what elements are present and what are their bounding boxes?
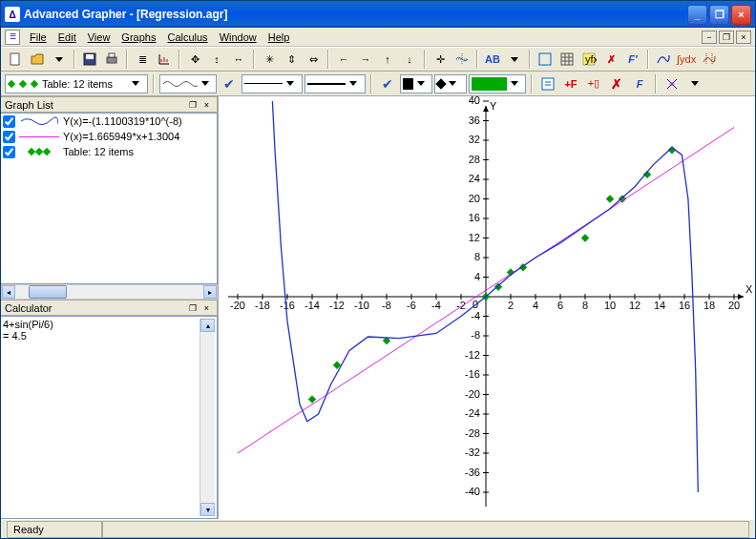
menu-window[interactable]: Window	[214, 30, 262, 45]
delete-icon[interactable]: ✗	[606, 73, 627, 94]
maximize-button[interactable]: ❐	[709, 5, 729, 25]
svg-text:12: 12	[469, 232, 480, 243]
open-button[interactable]	[27, 49, 48, 70]
integral-icon[interactable]: ∫ydx	[675, 49, 698, 70]
function-yellow-icon[interactable]: yfx	[578, 49, 599, 70]
svg-text:-6: -6	[407, 300, 416, 311]
analysis-icon[interactable]	[699, 49, 720, 70]
arrow-up-icon[interactable]: ↑	[377, 49, 398, 70]
list-item: Y(x)=-(1.1100319*10^(-8)	[1, 114, 217, 129]
graph-item-checkbox[interactable]	[3, 146, 15, 158]
resize-h-icon[interactable]: ↔	[228, 49, 249, 70]
graph-item-checkbox[interactable]	[3, 115, 15, 128]
plot-area[interactable]: XY-20-18-16-14-12-10-8-6-4-2246810121416…	[219, 96, 755, 519]
line-style-combo[interactable]	[159, 74, 217, 93]
combo-text: Table: 12 items	[42, 78, 113, 90]
svg-text:28: 28	[469, 154, 480, 165]
marker-color-combo[interactable]	[469, 74, 526, 93]
new-button[interactable]	[5, 49, 26, 70]
calculator-input[interactable]: 4+sin(Pi/6)	[3, 319, 200, 330]
svg-text:-32: -32	[465, 446, 480, 458]
trace-icon[interactable]	[452, 49, 472, 70]
graph-list-restore-button[interactable]: ❐	[186, 98, 199, 111]
graph-item-checkbox[interactable]	[3, 131, 15, 143]
menu-file[interactable]: File	[24, 30, 52, 45]
save-button[interactable]	[79, 49, 100, 70]
menu-help[interactable]: Help	[262, 30, 296, 45]
table-icon[interactable]	[556, 49, 578, 70]
crossout-icon[interactable]: ✗	[600, 49, 621, 70]
svg-text:4: 4	[474, 271, 480, 282]
scroll-up-icon[interactable]: ▴	[200, 319, 215, 332]
graph-list-hscroll[interactable]: ◂ ▸	[1, 284, 218, 300]
curve-blue-icon[interactable]	[653, 49, 674, 70]
calculator-restore-button[interactable]: ❐	[186, 301, 199, 314]
intersect-icon[interactable]	[662, 73, 682, 94]
line-med-combo[interactable]	[304, 74, 366, 93]
zoom-center-icon[interactable]: ✳	[259, 49, 280, 70]
zoom-v-icon[interactable]: ⇕	[281, 49, 302, 70]
list-icon[interactable]: ≣	[132, 49, 153, 70]
doc-minimize-button[interactable]: −	[702, 31, 717, 44]
menu-edit[interactable]: Edit	[52, 30, 82, 45]
status-pane	[102, 521, 749, 538]
scroll-right-icon[interactable]: ▸	[203, 285, 217, 299]
doc-restore-button[interactable]: ❐	[719, 31, 734, 44]
crosshair-icon[interactable]: ✛	[430, 49, 451, 70]
arrow-left-icon[interactable]: ←	[333, 49, 354, 70]
svg-text:Y: Y	[490, 100, 497, 112]
scroll-left-icon[interactable]: ◂	[2, 285, 15, 299]
text-label-icon[interactable]: AB	[482, 49, 503, 70]
scroll-thumb[interactable]	[29, 285, 67, 299]
svg-text:yfx: yfx	[585, 53, 597, 65]
graph-list[interactable]: Y(x)=-(1.1100319*10^(-8) Y(x)=1.665949*x…	[1, 113, 218, 284]
calculator-close-button[interactable]: ×	[200, 301, 213, 314]
properties-icon[interactable]	[537, 73, 558, 94]
svg-text:-12: -12	[329, 300, 345, 311]
resize-v-icon[interactable]: ↕	[206, 49, 227, 70]
close-button[interactable]: ×	[731, 5, 751, 25]
open-dd-icon[interactable]	[49, 49, 70, 70]
status-text: Ready	[7, 521, 102, 538]
svg-rect-4	[109, 53, 115, 57]
calculator-vscroll[interactable]: ▴ ▾	[200, 319, 215, 516]
graph-item-label: Y(x)=-(1.1100319*10^(-8)	[63, 115, 182, 127]
move-icon[interactable]: ✥	[184, 49, 205, 70]
intersect-dd-icon[interactable]	[684, 73, 705, 94]
marker-rot-combo[interactable]	[434, 74, 467, 93]
doc-close-button[interactable]: ×	[736, 31, 751, 44]
graph-list-close-button[interactable]: ×	[200, 98, 213, 111]
grid-icon[interactable]	[535, 49, 556, 70]
menu-graphs[interactable]: Graphs	[116, 30, 161, 45]
line-thin-combo[interactable]	[242, 74, 303, 93]
svg-rect-5	[539, 53, 551, 65]
arrow-down-icon[interactable]: ↓	[399, 49, 420, 70]
add-func-icon[interactable]: +F	[560, 73, 581, 94]
svg-text:-4: -4	[431, 300, 441, 311]
scroll-down-icon[interactable]: ▾	[200, 503, 215, 516]
menu-view[interactable]: View	[82, 30, 116, 45]
dup-func-icon[interactable]: +▯	[583, 73, 604, 94]
minimize-button[interactable]: _	[687, 5, 707, 25]
menu-calculus[interactable]: Calculus	[161, 30, 213, 45]
svg-text:16: 16	[469, 212, 480, 223]
checkmark-blue-icon[interactable]: ✔	[219, 73, 240, 94]
func-icon[interactable]: F	[629, 73, 650, 94]
marker-shape-combo[interactable]	[400, 74, 432, 93]
svg-text:-16: -16	[280, 300, 295, 311]
print-button[interactable]	[101, 49, 122, 70]
svg-text:8: 8	[582, 300, 588, 311]
svg-text:20: 20	[728, 300, 740, 311]
svg-point-10	[671, 82, 674, 85]
checkmark2-icon[interactable]: ✔	[377, 73, 398, 94]
svg-rect-0	[10, 53, 19, 65]
graph-select-combo[interactable]: Table: 12 items	[5, 74, 148, 93]
toolbar-secondary: Table: 12 items ✔ ✔ +F +▯ ✗ F	[1, 72, 755, 96]
axes-icon[interactable]	[154, 49, 175, 70]
arrow-right-icon[interactable]: →	[355, 49, 376, 70]
text-dd-icon[interactable]	[504, 49, 525, 70]
calculator-panel[interactable]: 4+sin(Pi/6) = 4.5 ▴ ▾	[1, 316, 218, 519]
zoom-h-icon[interactable]: ⇔	[303, 49, 324, 70]
derivative-icon[interactable]: F′	[622, 49, 643, 70]
svg-text:16: 16	[679, 300, 690, 311]
